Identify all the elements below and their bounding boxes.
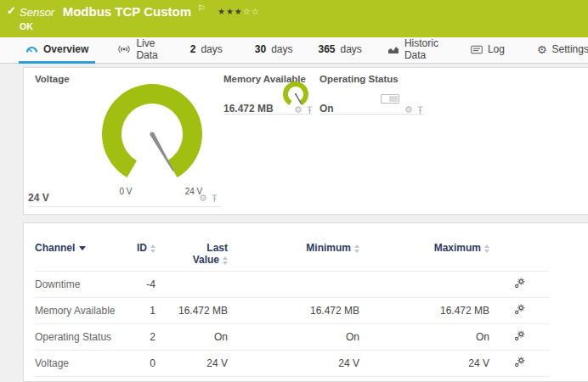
channels-table: Channel ID Last Value Minimum Maximum [35, 242, 549, 377]
tab-label: Live Data [136, 37, 157, 61]
tab-label: days [201, 43, 222, 55]
col-last-label: Last [206, 242, 228, 254]
channel-name: Voltage [35, 351, 128, 377]
sensor-title: Modbus TCP Custom [63, 4, 191, 19]
col-id[interactable]: ID [128, 242, 155, 272]
col-last-value[interactable]: Last Value [155, 242, 228, 272]
channel-maximum: 24 V [359, 351, 489, 377]
table-header-row: Channel ID Last Value Minimum Maximum [35, 242, 549, 272]
tab-label: Log [488, 43, 505, 55]
tab-bar: Overview Live Data 2 days 30 days 365 da… [0, 37, 588, 64]
channel-minimum: On [228, 324, 359, 351]
tab-label: days [341, 43, 362, 55]
voltage-scale-min: 0 V [109, 187, 143, 196]
bar-chart-icon [387, 45, 399, 54]
channel-last-value: On [155, 324, 228, 351]
toggle-switch-icon [381, 94, 399, 104]
sensor-header: ✓ Sensor Modbus TCP Custom ⚐ ★★★☆☆ OK [0, 0, 588, 37]
col-channel[interactable]: Channel [35, 242, 128, 272]
channel-minimum [228, 272, 359, 298]
flag-icon[interactable]: ⚐ [198, 3, 206, 13]
col-maximum-label: Maximum [434, 242, 481, 254]
channel-settings-icon[interactable] [514, 304, 525, 317]
channel-id: 1 [128, 298, 155, 324]
table-row: Downtime -4 [35, 272, 549, 298]
broadcast-icon [117, 44, 131, 54]
tab-number: 365 [318, 43, 335, 55]
priority-stars[interactable]: ★★★☆☆ [218, 7, 260, 16]
channel-settings-icon[interactable] [514, 330, 525, 344]
sort-icon [354, 244, 359, 253]
sort-icon [223, 256, 228, 265]
table-row: Voltage 0 24 V 24 V 24 V [35, 351, 549, 377]
voltage-gauge-title: Voltage [35, 74, 70, 84]
memory-last-value: 16.472 MB [223, 103, 274, 115]
voltage-last-value: 24 V [28, 192, 49, 204]
channel-minimum: 24 V [228, 351, 359, 377]
gauges-panel: Voltage 0 V 24 V 24 V ⚙ Memory Available… [23, 67, 588, 215]
col-actions [489, 242, 549, 272]
operating-status-title: Operating Status [319, 74, 399, 84]
gear-icon: ⚙ [537, 44, 547, 55]
tab-2-days[interactable]: 2 days [184, 37, 229, 64]
tab-label: Historic Data [404, 37, 438, 61]
table-row: Operating Status 2 On On On [35, 324, 549, 351]
channel-maximum: 16.472 MB [359, 298, 489, 324]
gauge-needle [150, 133, 174, 171]
channel-id: 2 [128, 324, 155, 351]
tab-live-data[interactable]: Live Data [110, 37, 164, 64]
col-value-label: Value [193, 254, 219, 266]
log-icon [471, 45, 483, 54]
channel-name: Downtime [35, 272, 128, 298]
channel-maximum [359, 272, 489, 298]
tab-label: Settings [552, 43, 588, 55]
channel-settings-icon[interactable] [514, 357, 525, 370]
voltage-gauge [97, 79, 207, 189]
sensor-status-badge: OK [20, 21, 33, 31]
operating-status-value: On [319, 103, 334, 115]
sensor-kind-label: Sensor [20, 6, 54, 19]
channel-name: Memory Available [35, 298, 128, 324]
channel-last-value: 16.472 MB [155, 298, 228, 324]
channel-id: 0 [128, 351, 155, 377]
tab-log[interactable]: Log [464, 37, 512, 64]
tab-number: 2 [190, 43, 196, 55]
table-row: Memory Available 1 16.472 MB 16.472 MB 1… [35, 298, 549, 324]
tab-historic-data[interactable]: Historic Data [381, 37, 445, 64]
sort-icon [150, 244, 155, 253]
tab-settings[interactable]: ⚙ Settings [530, 37, 588, 64]
channel-last-value: 24 V [155, 351, 228, 377]
tab-number: 30 [255, 43, 266, 55]
priority-stars-filled: ★★★ [218, 7, 243, 16]
gear-icon[interactable]: ⚙ [199, 194, 207, 203]
channel-id: -4 [128, 272, 155, 298]
status-ok-check-icon: ✓ [7, 4, 16, 17]
col-minimum-label: Minimum [306, 242, 351, 254]
tab-label: days [271, 43, 292, 55]
tab-365-days[interactable]: 365 days [311, 37, 368, 64]
col-channel-label: Channel [35, 242, 75, 254]
prtg-sensor-page: ✓ Sensor Modbus TCP Custom ⚐ ★★★☆☆ OK Ov… [0, 0, 588, 382]
col-id-label: ID [137, 242, 147, 254]
col-maximum[interactable]: Maximum [359, 242, 489, 272]
channel-maximum: On [359, 324, 489, 351]
col-minimum[interactable]: Minimum [228, 242, 359, 272]
gauge-needle [296, 94, 302, 104]
tab-overview[interactable]: Overview [19, 37, 95, 64]
channels-panel: Channel ID Last Value Minimum Maximum [23, 222, 588, 382]
pin-icon[interactable] [210, 194, 218, 203]
channel-minimum: 16.472 MB [228, 298, 359, 324]
tab-30-days[interactable]: 30 days [248, 37, 300, 64]
channel-settings-icon[interactable] [514, 278, 525, 291]
priority-stars-empty: ☆☆ [243, 7, 260, 16]
voltage-gauge-actions: ⚙ [199, 194, 218, 203]
tab-label: Overview [43, 43, 88, 55]
sort-icon [484, 244, 489, 253]
channel-last-value [155, 272, 228, 298]
gauge-icon [25, 44, 38, 54]
channel-name: Operating Status [35, 324, 128, 351]
sort-desc-icon [79, 246, 86, 250]
